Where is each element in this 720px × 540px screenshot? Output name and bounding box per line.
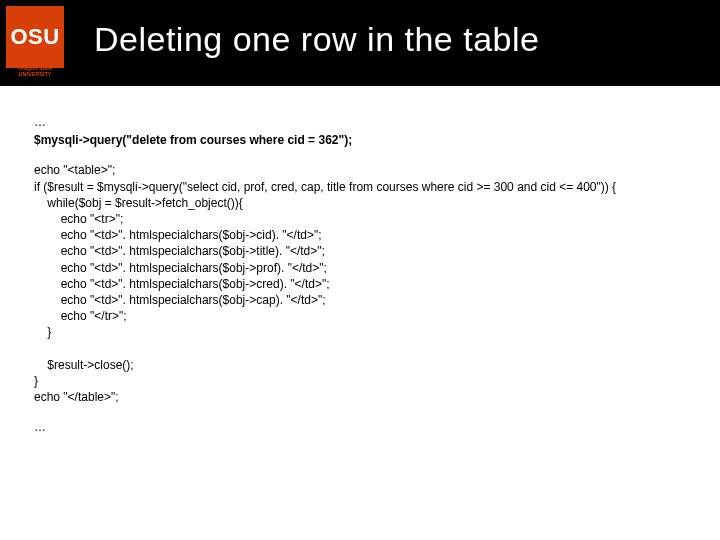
- logo-tagline: Extended Campus: [32, 87, 68, 92]
- code-block: echo "<table>"; if ($result = $mysqli->q…: [34, 162, 686, 405]
- osu-logo: OSU Oregon State UNIVERSITY Extended Cam…: [6, 6, 64, 86]
- ellipsis-bottom: …: [34, 419, 686, 435]
- slide-header: OSU Oregon State UNIVERSITY Extended Cam…: [0, 0, 720, 86]
- logo-badge: OSU: [6, 6, 64, 68]
- ellipsis-top: …: [34, 114, 686, 130]
- slide-content: … $mysqli->query("delete from courses wh…: [0, 86, 720, 435]
- logo-text: OSU: [10, 24, 59, 50]
- delete-query-line: $mysqli->query("delete from courses wher…: [34, 132, 686, 148]
- slide-title: Deleting one row in the table: [94, 20, 539, 59]
- logo-subtitle: Oregon State UNIVERSITY: [6, 66, 64, 77]
